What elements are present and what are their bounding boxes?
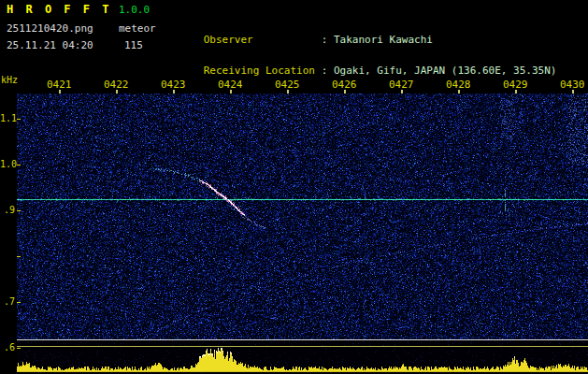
app-version: 1.0.0 [119, 4, 150, 16]
time-label: 0430 [560, 79, 585, 91]
freq-label: 1.1 [0, 113, 15, 123]
info-label: Receiving Location [204, 65, 322, 76]
echo-count: 115 [124, 39, 143, 51]
time-label: 0421 [47, 79, 72, 91]
info-row-location: Receiving Location: Ogaki, Gifu, JAPAN (… [166, 55, 556, 65]
hrofft-screen: H R O F F T 1.0.0 2511210420.png meteor … [0, 0, 588, 374]
info-label: Observer [204, 35, 322, 45]
app-title: H R O F F T [7, 3, 111, 16]
info-value: : Takanori Kawachi [322, 34, 433, 46]
freq-label: .7 [0, 296, 15, 307]
freq-label: .6 [0, 342, 15, 352]
freq-label: .9 [0, 205, 15, 215]
observation-mode: meteor [119, 22, 156, 35]
info-value: : Ogaki, Gifu, JAPAN (136.60E, 35.35N) [322, 65, 557, 77]
freq-unit-label: kHz [1, 75, 18, 85]
time-label: 0422 [104, 79, 129, 91]
freq-label: 1.0 [0, 159, 15, 169]
info-row-observer: Observer: Takanori Kawachi [166, 24, 556, 35]
output-filename: 2511210420.png [7, 22, 93, 35]
spectrogram-canvas [17, 94, 588, 374]
observation-datetime: 25.11.21 04:20 [7, 39, 93, 51]
